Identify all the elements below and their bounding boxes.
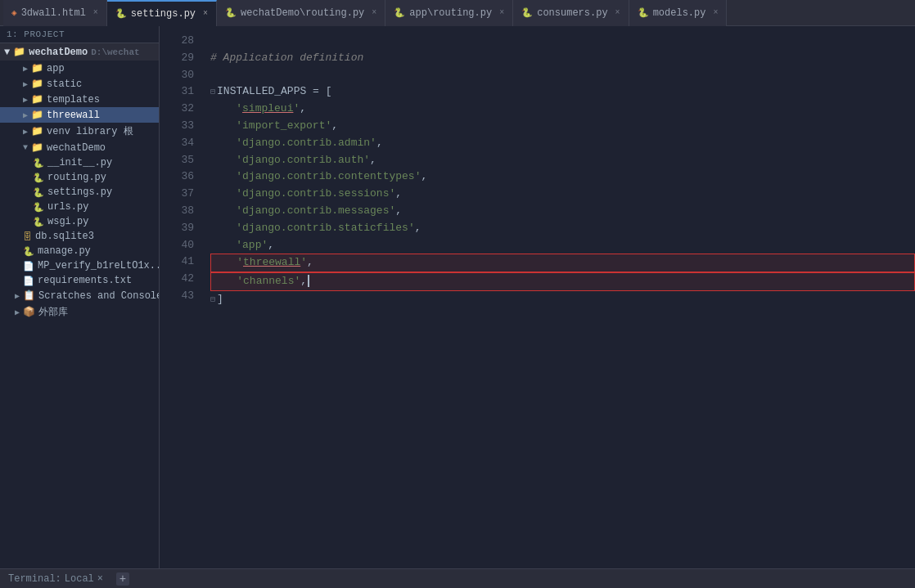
string-value: channels — [243, 275, 294, 287]
sidebar-item-mp_verify[interactable]: 📄MP_verify_b1reLtO1x... — [0, 258, 159, 273]
comma: , — [395, 204, 402, 217]
code-line-35: 'django.contrib.auth', — [210, 152, 915, 169]
sidebar-item-threewall[interactable]: ▶📁threewall — [0, 107, 159, 123]
sidebar-item-templates[interactable]: ▶📁templates — [0, 92, 159, 107]
tab-label-consumers: consumers.py — [537, 7, 607, 19]
sidebar-item-scratches[interactable]: ▶📋Scratches and Consoles — [0, 288, 159, 303]
whitespace — [210, 137, 236, 149]
cursor — [308, 275, 316, 287]
string-quote-open: ' — [236, 170, 242, 182]
tab-wechat-routing[interactable]: 🐍wechatDemo\routing.py× — [217, 0, 385, 26]
py-file-icon-urls: 🐍 — [33, 202, 44, 213]
py-file-icon-manage: 🐍 — [23, 246, 34, 257]
line-numbers: 28293031323334353637383940414243 — [160, 26, 202, 568]
comma: , — [421, 170, 427, 182]
editor: 28293031323334353637383940414243 # Appli… — [160, 26, 915, 568]
string-value: app — [242, 239, 261, 251]
sidebar-item-wechatDemo-folder[interactable]: ▼📁wechatDemo — [0, 140, 159, 155]
sidebar-item-manage[interactable]: 🐍manage.py — [0, 244, 159, 258]
sidebar-label-scratches: Scratches and Consoles — [38, 290, 159, 302]
sidebar-item-settings-file[interactable]: 🐍settings.py — [0, 185, 159, 200]
string-value: import_export — [242, 119, 325, 132]
whitespace — [210, 239, 236, 251]
line-number-43: 43 — [168, 288, 194, 305]
chevron-down-icon: ▼ — [4, 47, 10, 58]
py-file-icon: 🐍 — [521, 7, 533, 18]
sidebar-item-external[interactable]: ▶📦外部库 — [0, 303, 159, 321]
comma: , — [300, 102, 306, 114]
sidebar-item-urls[interactable]: 🐍urls.py — [0, 200, 159, 214]
tab-label-wechat-routing: wechatDemo\routing.py — [241, 7, 364, 19]
py-file-icon: 🐍 — [225, 7, 237, 18]
sidebar-label-venv: venv library 根 — [47, 124, 133, 138]
chevron-right-icon: ▶ — [23, 110, 28, 120]
chevron-right-icon: ▶ — [23, 79, 28, 89]
code-line-41: 'threewall', — [210, 254, 915, 272]
tab-consumers[interactable]: 🐍consumers.py× — [513, 0, 629, 26]
chevron-down-icon: ▼ — [23, 143, 28, 152]
tab-close-app-routing[interactable]: × — [499, 8, 504, 17]
tab-models[interactable]: 🐍models.py× — [629, 0, 728, 26]
main-layout: 1: Project ▼ 📁 wechatDemo D:\wechat ▶📁ap… — [0, 26, 915, 568]
comma: , — [415, 222, 421, 234]
line-number-35: 35 — [168, 152, 194, 169]
sidebar-label-urls: urls.py — [47, 201, 88, 213]
string-quote-close: ' — [408, 222, 415, 234]
project-root-path: D:\wechat — [91, 47, 139, 57]
string-value: django.contrib.staticfiles — [242, 222, 408, 234]
tab-close-wechat-routing[interactable]: × — [372, 8, 376, 17]
sidebar-item-venv[interactable]: ▶📁venv library 根 — [0, 123, 159, 140]
line-number-31: 31 — [168, 83, 194, 101]
tab-bar: ◈3dwall.html×🐍settings.py×🐍wechatDemo\ro… — [0, 0, 915, 26]
add-terminal-button[interactable]: + — [116, 572, 129, 586]
fold-icon[interactable]: ⊟ — [210, 295, 215, 304]
code-line-36: 'django.contrib.contenttypes', — [210, 168, 915, 186]
chevron-right-icon: ▶ — [15, 291, 20, 301]
sidebar-item-wsgi[interactable]: 🐍wsgi.py — [0, 214, 159, 229]
sidebar-item-app[interactable]: ▶📁app — [0, 61, 159, 76]
folder-icon-wechatDemo-folder: 📁 — [31, 141, 43, 154]
sidebar-item-routing[interactable]: 🐍routing.py — [0, 170, 159, 185]
bracket: [ — [326, 85, 332, 97]
sidebar-label-requirements: requirements.txt — [38, 275, 132, 286]
tab-close-consumers[interactable]: × — [615, 8, 620, 17]
code-content[interactable]: # Application definition ⊟INSTALLED_APPS… — [202, 26, 915, 568]
code-line-29: # Application definition — [210, 50, 915, 67]
string-value: threewall — [243, 256, 300, 268]
sidebar-item-db[interactable]: 🗄db.sqlite3 — [0, 229, 159, 244]
comma: , — [268, 239, 274, 251]
comma: , — [307, 256, 313, 268]
code-line-34: 'django.contrib.admin', — [210, 135, 915, 152]
sidebar-item-requirements[interactable]: 📄requirements.txt — [0, 273, 159, 288]
code-line-31: ⊟INSTALLED_APPS = [ — [210, 83, 915, 101]
string-value: django.contrib.sessions — [242, 187, 389, 200]
tab-label-models: models.py — [653, 7, 706, 19]
string-quote-close: ' — [363, 154, 370, 166]
fold-icon[interactable]: ⊟ — [210, 88, 215, 97]
txt-file-icon-requirements: 📄 — [23, 276, 34, 286]
sidebar-label-manage: manage.py — [38, 245, 91, 257]
sidebar-item-static[interactable]: ▶📁static — [0, 76, 159, 92]
local-label: Local — [65, 573, 94, 585]
sidebar: 1: Project ▼ 📁 wechatDemo D:\wechat ▶📁ap… — [0, 26, 160, 568]
string-quote-open: ' — [236, 102, 242, 114]
folder-icon-scratches: 📋 — [23, 290, 35, 302]
string-quote-open: ' — [236, 187, 242, 200]
tab-close-models[interactable]: × — [713, 8, 718, 17]
string-quote-open: ' — [237, 275, 243, 287]
comment-text: # Application definition — [210, 52, 363, 64]
project-root[interactable]: ▼ 📁 wechatDemo D:\wechat — [0, 43, 159, 61]
code-line-30 — [210, 67, 915, 84]
tab-close-settings[interactable]: × — [203, 9, 208, 18]
var-name: INSTALLED_APPS — [217, 85, 306, 97]
tab-settings[interactable]: 🐍settings.py× — [107, 0, 217, 26]
line-number-29: 29 — [168, 50, 194, 67]
sidebar-item-__init__[interactable]: 🐍__init__.py — [0, 155, 159, 170]
tab-3dwall[interactable]: ◈3dwall.html× — [3, 0, 107, 26]
terminal-close-icon[interactable]: × — [97, 573, 103, 585]
tab-close-3dwall[interactable]: × — [93, 8, 98, 17]
sidebar-items-container: ▶📁app▶📁static▶📁templates▶📁threewall▶📁ven… — [0, 61, 159, 321]
tab-app-routing[interactable]: 🐍app\routing.py× — [385, 0, 513, 26]
terminal-item[interactable]: Terminal: Local × — [8, 573, 103, 585]
html-file-icon: ◈ — [11, 7, 17, 18]
